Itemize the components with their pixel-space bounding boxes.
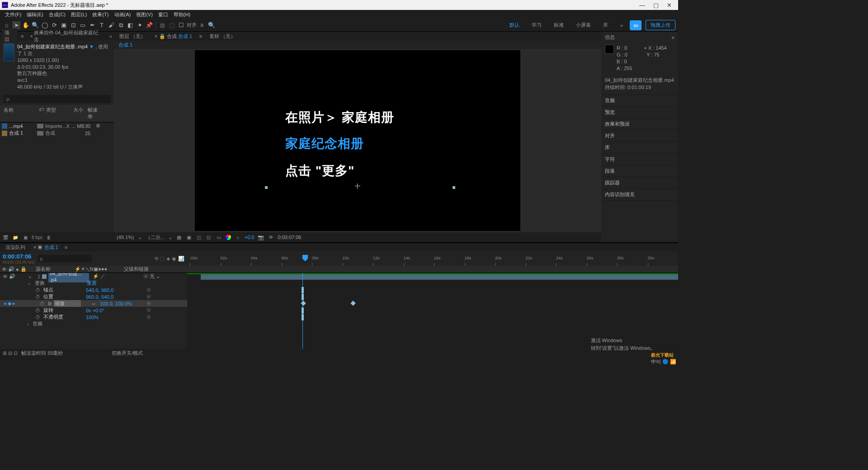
home-icon[interactable]: ⌂ (3, 21, 11, 29)
color-mgmt-icon[interactable] (226, 235, 231, 240)
panel-menu-icon[interactable]: ≡ (199, 33, 202, 39)
time-ruler[interactable]: :00s 02s 04s 06s 08s 10s 12s 14s 16s 18s… (187, 251, 678, 266)
draft3d-icon[interactable]: ⬚ (160, 256, 165, 262)
audio-icon[interactable]: 🔊 (8, 266, 14, 272)
anchor-point-icon[interactable] (355, 183, 360, 189)
maximize-button[interactable]: ▢ (653, 2, 659, 9)
zoom-tool-icon[interactable]: 🔍 (31, 21, 39, 29)
region-icon[interactable]: ⊡ (206, 235, 212, 240)
selection-tool-icon[interactable]: ➤ (12, 21, 20, 29)
panel-audio[interactable]: 音频 (601, 95, 678, 106)
stroke-icon[interactable]: ▢ (168, 21, 176, 29)
menu-help[interactable]: 帮助(H) (171, 10, 193, 19)
selection-handle[interactable] (453, 186, 455, 189)
pan-behind-tool-icon[interactable]: ⊡ (69, 21, 77, 29)
reset-button[interactable]: 重置 (87, 280, 97, 287)
workspace-standard[interactable]: 标准 (548, 21, 569, 29)
show-snapshot-icon[interactable]: 👁 (268, 235, 274, 240)
menu-layer[interactable]: 图层(L) (69, 10, 89, 19)
col-size[interactable]: 大小 (71, 106, 86, 121)
keyframe-handle[interactable] (302, 294, 304, 300)
panel-align[interactable]: 对齐 (601, 130, 678, 141)
menu-effect[interactable]: 效果(T) (90, 10, 111, 19)
stopwatch-icon[interactable]: ⏱ (35, 287, 40, 293)
search-icon[interactable]: 🔍 (208, 21, 216, 29)
text-tool-icon[interactable]: T (98, 21, 106, 29)
stopwatch-icon[interactable]: ⏱ (35, 315, 40, 320)
exposure-value[interactable]: +0.0 (245, 235, 255, 240)
eye-icon[interactable]: 👁 (2, 267, 7, 272)
twirl-icon[interactable]: ⌄ (28, 273, 32, 279)
keyframe-handle[interactable] (302, 307, 304, 314)
timeline-search-input[interactable] (38, 255, 92, 262)
menu-edit[interactable]: 编辑(E) (24, 10, 46, 19)
mask-icon[interactable]: ▣ (186, 235, 192, 240)
tab-timeline-comp[interactable]: × ▣ 合成 1 (32, 244, 60, 251)
stopwatch-icon[interactable]: ⏱ (40, 301, 44, 306)
roto-tool-icon[interactable]: ✦ (136, 21, 144, 29)
color-depth[interactable]: 8 bpc (32, 234, 42, 240)
twirl-icon[interactable]: › (27, 321, 29, 327)
project-item[interactable]: 合成 1 合成 25 (0, 130, 114, 137)
workspace-libraries[interactable]: 库 (598, 21, 613, 29)
orbit-tool-icon[interactable]: ◯ (41, 21, 49, 29)
keyframe-nav-icon[interactable]: ◂ ◆ ▸ (4, 301, 15, 306)
col-name[interactable]: 名称 (2, 106, 37, 121)
col-type[interactable]: 类型 (44, 106, 71, 121)
timecode[interactable]: 0:00:07:06 (3, 253, 35, 260)
prop-opacity[interactable]: ⏱不透明度100%☉ (0, 314, 187, 320)
keyframe-handle[interactable] (302, 314, 304, 320)
puppet-tool-icon[interactable]: 📌 (145, 21, 153, 29)
project-search-input[interactable] (4, 95, 110, 103)
eraser-tool-icon[interactable]: ◧ (126, 21, 134, 29)
transform-group[interactable]: ⌄变换重置 (0, 280, 187, 287)
timeline-tracks[interactable] (187, 273, 678, 349)
drag-upload-button[interactable]: 拖拽上传 (646, 20, 675, 30)
panel-effects[interactable]: 效果和预设 (601, 118, 678, 130)
col-parent[interactable]: 父级和链接 (124, 266, 149, 273)
trash-icon[interactable]: 🗑 (45, 234, 52, 240)
col-mode[interactable]: ⚡✶＼fx▣●●● (75, 266, 108, 273)
snapshot-icon[interactable]: 📷 (258, 235, 264, 240)
panel-preview[interactable]: 预览 (601, 107, 678, 118)
audio-toggle-icon[interactable]: 🔊 (9, 273, 15, 279)
workspace-learn[interactable]: 学习 (526, 21, 547, 29)
cloud-icon[interactable]: ∞ (630, 20, 642, 30)
panel-libraries[interactable]: 库 (601, 142, 678, 153)
keyframe-icon[interactable] (350, 301, 355, 306)
twirl-icon[interactable]: ⌄ (27, 280, 31, 286)
tab-composition[interactable]: × 🔒 合成 合成 1 (153, 32, 194, 41)
brush-tool-icon[interactable]: 🖌 (107, 21, 115, 29)
toggle-switches-icon[interactable]: ⊞ ⊟ ⊡ (3, 350, 18, 356)
prop-rotation[interactable]: ⏱旋转0x +0.0°☉ (0, 307, 187, 314)
stopwatch-icon[interactable]: ⏱ (35, 294, 40, 300)
menu-window[interactable]: 窗口 (156, 10, 170, 19)
shy-icon[interactable]: ⟲ (154, 256, 158, 262)
label-color[interactable] (37, 124, 43, 128)
visibility-icon[interactable]: 👁 (3, 274, 7, 279)
toggle-transparency-icon[interactable]: ◫ (196, 235, 202, 240)
frame-blend-icon[interactable]: ◈ (166, 256, 170, 262)
motion-blur-icon[interactable]: ◉ (172, 256, 176, 262)
tab-close-icon[interactable]: × (30, 33, 33, 39)
dropdown-icon[interactable]: ▼ (89, 44, 94, 49)
panel-menu-icon[interactable]: ≡ (21, 33, 24, 39)
align-label[interactable]: 对齐 (187, 22, 197, 28)
label-color[interactable] (37, 131, 43, 136)
lock-icon[interactable]: 🔒 (159, 33, 167, 39)
col-source-name[interactable]: 源名称 (36, 266, 51, 273)
lock-icon[interactable]: 🔒 (20, 266, 27, 272)
layer-name[interactable]: 04_如何创建... .p4 (48, 273, 89, 282)
dropdown-icon[interactable]: ⌄ (138, 235, 142, 240)
menu-composition[interactable]: 合成(C) (47, 10, 68, 19)
toggle-switches-button[interactable]: 切换开关/模式 (112, 350, 143, 357)
shape-tool-icon[interactable]: ▭ (79, 21, 87, 29)
tab-render-queue[interactable]: 渲染队列 (4, 244, 27, 251)
layer-bar[interactable] (201, 274, 678, 280)
workspace-default[interactable]: 默认 (504, 21, 525, 29)
fill-icon[interactable]: ▦ (158, 21, 166, 29)
folder-icon[interactable]: 📁 (12, 234, 19, 240)
panel-menu-icon[interactable]: ≡ (65, 244, 67, 250)
canvas[interactable]: 在照片＞ 家庭相册 家庭纪念相册 点击 "更多" (195, 50, 520, 231)
audio-group[interactable]: ›音频 (0, 320, 187, 327)
